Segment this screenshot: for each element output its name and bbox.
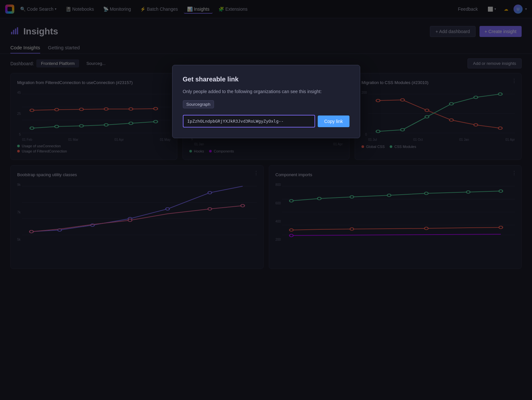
- shareable-link-input[interactable]: [183, 115, 315, 127]
- modal-description: Only people added to the following organ…: [183, 88, 349, 95]
- modal-overlay[interactable]: Get shareable link Only people added to …: [0, 0, 532, 400]
- link-copy-row: Copy link: [183, 115, 349, 127]
- copy-link-button[interactable]: Copy link: [318, 115, 349, 127]
- shareable-link-modal: Get shareable link Only people added to …: [172, 65, 360, 138]
- org-badge: Sourcegraph: [183, 100, 214, 108]
- modal-title: Get shareable link: [183, 76, 349, 83]
